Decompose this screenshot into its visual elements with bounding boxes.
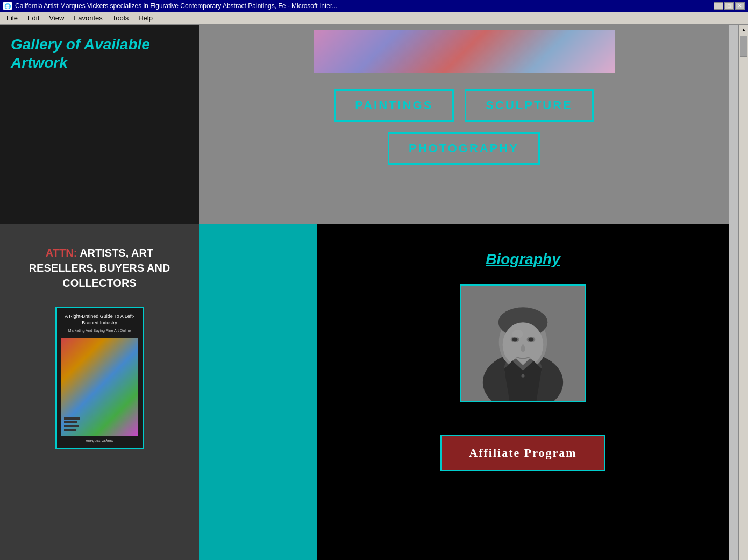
title-bar: 🌐 California Artist Marques Vickers spec… (0, 0, 748, 12)
svg-point-10 (528, 337, 533, 341)
svg-point-11 (522, 374, 525, 377)
biography-title[interactable]: Biography (486, 251, 560, 268)
book-stripes (64, 417, 75, 431)
top-banner (314, 30, 615, 73)
attn-text: ATTN: ARTISTS, ART RESELLERS, BUYERS AND… (11, 245, 188, 290)
browser-icon: 🌐 (3, 2, 12, 10)
menu-bar: File Edit View Favorites Tools Help (0, 12, 748, 25)
menu-edit[interactable]: Edit (23, 13, 44, 23)
scrollbar[interactable]: ▲ ▼ (738, 25, 748, 560)
photography-button[interactable]: PHOTOGRAPHY (388, 132, 540, 165)
attn-label: ATTN: (46, 247, 77, 259)
scroll-up-button[interactable]: ▲ (739, 25, 748, 34)
menu-favorites[interactable]: Favorites (69, 13, 106, 23)
browser-chrome: 🌐 California Artist Marques Vickers spec… (0, 0, 748, 25)
nav-row-bottom: PHOTOGRAPHY (388, 132, 540, 165)
menu-view[interactable]: View (45, 13, 68, 23)
nav-row-top: PAINTINGS SCULPTURE (334, 89, 594, 122)
scroll-track[interactable] (739, 34, 748, 560)
sculpture-button[interactable]: SCULPTURE (465, 89, 593, 122)
biography-panel: Biography (317, 224, 729, 560)
portrait-svg (461, 286, 585, 401)
scroll-thumb[interactable] (740, 36, 747, 57)
biography-photo[interactable] (460, 284, 586, 402)
svg-point-12 (512, 330, 523, 338)
book-author: marques vickers (86, 438, 113, 442)
gallery-title: Gallery of Available Artwork (11, 36, 150, 72)
minimize-button[interactable]: — (714, 2, 723, 10)
window-title: California Artist Marques Vickers specia… (15, 2, 710, 10)
menu-help[interactable]: Help (134, 13, 157, 23)
bottom-section: ATTN: ARTISTS, ART RESELLERS, BUYERS AND… (0, 224, 729, 560)
maximize-button[interactable]: □ (724, 2, 734, 10)
main-content: ▲ ▼ Gallery of Available Artwork PAINTIN… (0, 25, 748, 560)
paintings-button[interactable]: PAINTINGS (334, 89, 454, 122)
menu-file[interactable]: File (2, 13, 22, 23)
photo-placeholder (461, 286, 585, 401)
book-title: A Right-Brained Guide To A Left-Brained … (61, 314, 138, 326)
close-button[interactable]: ✕ (735, 2, 745, 10)
top-image-area: PAINTINGS SCULPTURE PHOTOGRAPHY (199, 25, 729, 224)
affiliate-button[interactable]: Affiliate Program (440, 435, 605, 471)
nav-buttons: PAINTINGS SCULPTURE PHOTOGRAPHY (334, 89, 594, 165)
window-controls: — □ ✕ (714, 2, 745, 10)
teal-panel (199, 224, 317, 560)
book-art (61, 338, 138, 436)
menu-tools[interactable]: Tools (108, 13, 133, 23)
attn-panel: ATTN: ARTISTS, ART RESELLERS, BUYERS AND… (0, 224, 199, 560)
gallery-panel: Gallery of Available Artwork (0, 25, 199, 224)
book-subtitle: Marketing And Buying Fine Art Online (68, 329, 131, 333)
book-cover[interactable]: A Right-Brained Guide To A Left-Brained … (55, 307, 144, 449)
top-section: Gallery of Available Artwork PAINTINGS S… (0, 25, 729, 224)
